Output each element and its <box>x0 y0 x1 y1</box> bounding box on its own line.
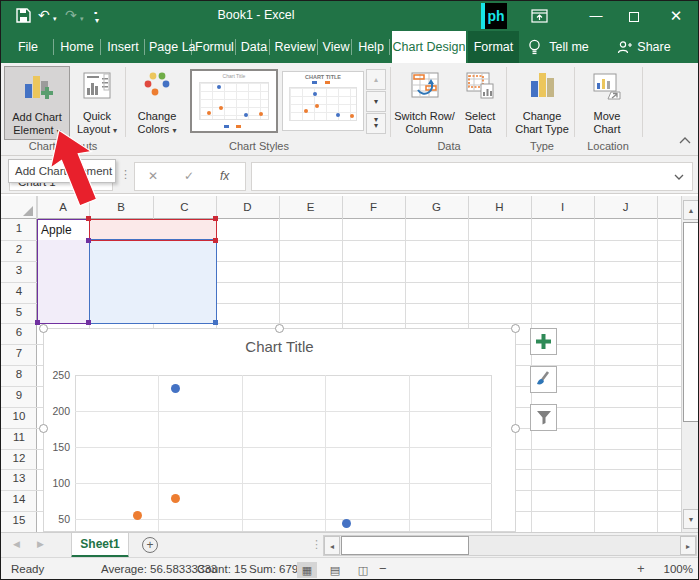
scatter-point-banana[interactable] <box>342 519 351 528</box>
sheet-nav-left-icon[interactable]: ◀ <box>13 539 20 549</box>
embedded-chart[interactable]: Chart Title 25020015010050 <box>43 328 516 532</box>
chart-resize-handle[interactable] <box>39 424 48 433</box>
range-handle[interactable] <box>35 320 40 325</box>
horizontal-scrollbar[interactable]: ◂ ▸ <box>323 535 697 556</box>
vertical-scrollbar[interactable]: ▲ ▼ <box>681 196 699 532</box>
page-break-view-button[interactable]: ◫ <box>353 562 373 578</box>
switch-row-column-button[interactable]: Switch Row/ Column <box>393 66 456 140</box>
scroll-left-button[interactable]: ◂ <box>324 536 340 555</box>
share-person-icon[interactable] <box>617 40 632 55</box>
enter-icon[interactable]: ✓ <box>184 169 194 183</box>
tab-format[interactable]: Format <box>468 31 519 63</box>
chart-resize-handle[interactable] <box>511 324 520 333</box>
tab-page-la[interactable]: Page La <box>149 31 189 63</box>
header-range-border[interactable] <box>89 219 217 241</box>
ribbon-display-options-icon[interactable] <box>531 9 548 23</box>
zoom-in-button[interactable]: + <box>637 561 645 576</box>
name-box-resize-handle[interactable]: ⋮ <box>120 168 131 181</box>
range-handle[interactable] <box>86 216 91 221</box>
new-sheet-button[interactable]: + <box>142 537 158 553</box>
scatter-point-banana[interactable] <box>171 384 180 393</box>
expand-formula-bar-icon[interactable] <box>674 174 684 180</box>
zoom-out-button[interactable]: − <box>379 561 387 576</box>
row-header-10[interactable]: 10 <box>1 410 37 422</box>
row-header-7[interactable]: 7 <box>1 347 37 359</box>
select-data-button[interactable]: Select Data <box>457 66 503 140</box>
row-header-3[interactable]: 3 <box>1 264 37 276</box>
row-header-11[interactable]: 11 <box>1 431 37 443</box>
share-button[interactable]: Share <box>634 31 674 63</box>
chart-plot-area[interactable] <box>75 375 492 532</box>
sheet-tab-sheet1[interactable]: Sheet1 <box>71 533 129 558</box>
column-header-H[interactable]: H <box>468 196 531 218</box>
row-header-1[interactable]: 1 <box>1 222 37 234</box>
column-header-G[interactable]: G <box>405 196 468 218</box>
chart-resize-handle[interactable] <box>511 424 520 433</box>
column-header-I[interactable]: I <box>531 196 594 218</box>
row-header-5[interactable]: 5 <box>1 306 37 318</box>
range-handle[interactable] <box>86 238 91 243</box>
redo-icon[interactable]: ↷ <box>65 7 77 23</box>
gallery-scroll-down-button[interactable]: ▾ <box>366 91 386 112</box>
chart-filters-button[interactable] <box>530 404 557 431</box>
tab-file[interactable]: File <box>11 31 45 63</box>
range-handle[interactable] <box>213 320 218 325</box>
tell-me-box[interactable]: Tell me <box>547 31 591 63</box>
row-header-8[interactable]: 8 <box>1 368 37 380</box>
row-header-13[interactable]: 13 <box>1 472 37 484</box>
maximize-button[interactable] <box>617 1 651 31</box>
row-header-9[interactable]: 9 <box>1 389 37 401</box>
gallery-scroll-up-button[interactable]: ▴ <box>366 69 386 90</box>
tab-insert[interactable]: Insert <box>105 31 141 63</box>
sheet-nav-right-icon[interactable]: ▶ <box>37 539 44 549</box>
gallery-expand-button[interactable]: ▾▾ <box>366 113 386 134</box>
column-header-J[interactable]: J <box>594 196 657 218</box>
chart-resize-handle[interactable] <box>39 324 48 333</box>
scroll-up-button[interactable]: ▲ <box>683 200 699 220</box>
row-header-15[interactable]: 15 <box>1 514 37 526</box>
chart-styles-button[interactable] <box>530 366 557 393</box>
tab-help[interactable]: Help <box>355 31 387 63</box>
row-header-6[interactable]: 6 <box>1 326 37 338</box>
row-header-4[interactable]: 4 <box>1 285 37 297</box>
formula-input[interactable] <box>251 162 693 191</box>
scatter-point-pineapple[interactable] <box>171 494 180 503</box>
row-header-14[interactable]: 14 <box>1 493 37 505</box>
change-colors-button[interactable]: Change Colors ▾ <box>129 66 185 140</box>
column-header-B[interactable]: B <box>89 196 153 218</box>
row-header-2[interactable]: 2 <box>1 243 37 255</box>
close-button[interactable]: ✕ <box>659 1 693 31</box>
scroll-down-button[interactable]: ▼ <box>683 509 699 529</box>
minimize-button[interactable]: — <box>579 1 613 31</box>
tell-me-lightbulb-icon[interactable] <box>528 39 541 56</box>
row-header-12[interactable]: 12 <box>1 452 37 464</box>
column-header-F[interactable]: F <box>342 196 405 218</box>
chart-title[interactable]: Chart Title <box>44 338 515 355</box>
normal-view-button[interactable]: ▦ <box>297 562 317 578</box>
tab-formul[interactable]: Formul <box>195 31 233 63</box>
tab-splitter-handle[interactable]: ⋮ <box>311 538 322 551</box>
chart-style-thumbnail-2[interactable]: CHART TITLE <box>282 71 364 131</box>
chart-resize-handle[interactable] <box>275 324 284 333</box>
category-range-border[interactable] <box>37 219 90 324</box>
select-all-button[interactable] <box>1 196 37 219</box>
change-chart-type-button[interactable]: Change Chart Type <box>510 66 574 140</box>
redo-dropdown-icon[interactable]: ▾ <box>80 11 84 27</box>
tab-data[interactable]: Data <box>239 31 269 63</box>
tab-home[interactable]: Home <box>58 31 96 63</box>
chart-elements-button[interactable] <box>530 328 557 355</box>
tab-review[interactable]: Review <box>273 31 317 63</box>
tab-view[interactable]: View <box>321 31 351 63</box>
column-header-D[interactable]: D <box>216 196 279 218</box>
insert-function-icon[interactable]: fx <box>220 169 229 183</box>
range-handle[interactable] <box>86 320 91 325</box>
undo-dropdown-icon[interactable]: ▾ <box>53 11 57 27</box>
range-handle[interactable] <box>213 216 218 221</box>
chart-style-thumbnail-1[interactable]: Chart Title <box>190 69 278 133</box>
collapse-ribbon-icon[interactable] <box>679 137 691 144</box>
vertical-scroll-thumb[interactable] <box>683 222 699 422</box>
value-range-border[interactable] <box>89 239 217 324</box>
save-icon[interactable] <box>16 8 31 23</box>
scroll-right-button[interactable]: ▸ <box>680 536 696 555</box>
cancel-icon[interactable]: ✕ <box>148 169 158 183</box>
